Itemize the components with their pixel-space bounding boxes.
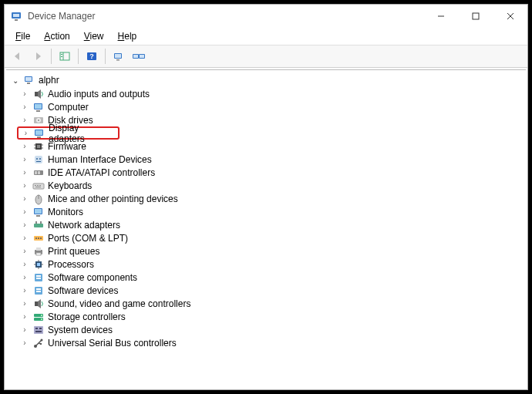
tree-category-display-adapters[interactable]: ›Display adapters <box>17 126 120 140</box>
tree-category-human-interface-devices[interactable]: ›Human Interface Devices <box>17 153 524 166</box>
chevron-right-icon[interactable]: › <box>20 142 29 150</box>
tree-category-software-components[interactable]: ›Software components <box>17 271 524 284</box>
chevron-right-icon[interactable]: › <box>20 234 29 242</box>
tree-category-storage-controllers[interactable]: ›Storage controllers <box>17 310 524 323</box>
tree-category-network-adapters[interactable]: ›Network adapters <box>17 218 524 231</box>
chevron-right-icon[interactable]: › <box>20 221 29 229</box>
svg-point-41 <box>39 158 41 160</box>
svg-rect-4 <box>473 13 479 19</box>
chevron-right-icon[interactable]: › <box>20 260 29 268</box>
tree-category-sound-video-and-game-controllers[interactable]: ›Sound, video and game controllers <box>17 297 524 310</box>
svg-rect-85 <box>39 328 42 329</box>
tree-category-audio-inputs-and-outputs[interactable]: ›Audio inputs and outputs <box>17 87 524 100</box>
chevron-right-icon[interactable]: › <box>20 299 29 308</box>
category-label: System devices <box>48 325 113 335</box>
menu-action[interactable]: Action <box>38 29 76 43</box>
category-label: Ports (COM & LPT) <box>48 233 128 244</box>
tree-category-system-devices[interactable]: ›System devices <box>17 323 524 336</box>
svg-point-62 <box>40 237 42 239</box>
tree-category-software-devices[interactable]: ›Software devices <box>17 284 524 297</box>
tree-category-ports-com-lpt-[interactable]: ›Ports (COM & LPT) <box>17 231 524 244</box>
titlebar: Device Manager <box>5 5 527 28</box>
menu-file[interactable]: File <box>9 29 36 43</box>
chevron-right-icon[interactable]: › <box>20 207 29 216</box>
svg-rect-22 <box>27 83 30 84</box>
chevron-right-icon[interactable]: › <box>20 89 29 98</box>
svg-rect-31 <box>35 130 42 135</box>
speaker-icon <box>32 88 45 100</box>
svg-rect-67 <box>37 263 40 266</box>
svg-rect-46 <box>33 184 44 189</box>
chevron-right-icon[interactable]: › <box>20 338 29 347</box>
forward-button[interactable] <box>29 48 46 65</box>
svg-rect-26 <box>36 110 40 112</box>
category-label: Audio inputs and outputs <box>48 89 150 99</box>
scan-hardware-button[interactable] <box>110 48 127 65</box>
svg-rect-45 <box>38 171 40 174</box>
svg-rect-74 <box>36 278 41 279</box>
svg-rect-55 <box>36 215 40 217</box>
category-label: Firmware <box>48 141 86 152</box>
svg-rect-44 <box>35 171 37 174</box>
tree-category-computer[interactable]: ›Computer <box>17 100 524 113</box>
svg-point-82 <box>41 318 42 320</box>
minimize-button[interactable] <box>423 5 458 28</box>
category-label: Monitors <box>48 207 83 217</box>
speaker-icon <box>32 298 45 310</box>
storage-icon <box>32 311 45 323</box>
tree-category-keyboards[interactable]: ›Keyboards <box>17 179 524 192</box>
chevron-right-icon[interactable]: › <box>20 168 29 177</box>
disk-icon <box>32 114 45 126</box>
chevron-right-icon[interactable]: › <box>20 194 29 203</box>
svg-rect-25 <box>35 104 42 109</box>
scan-changes-button[interactable] <box>130 48 147 65</box>
chevron-right-icon[interactable]: › <box>20 247 29 255</box>
svg-rect-76 <box>36 288 41 290</box>
chevron-right-icon[interactable]: › <box>20 312 29 321</box>
device-tree[interactable]: ⌄ alphr ›Audio inputs and outputs›Comput… <box>6 69 526 388</box>
help-button[interactable]: ? <box>83 48 100 65</box>
chevron-right-icon[interactable]: › <box>20 116 29 124</box>
chevron-right-icon[interactable]: › <box>20 273 29 281</box>
svg-rect-14 <box>115 54 121 58</box>
tree-category-universal-serial-bus-controllers[interactable]: ›Universal Serial Bus controllers <box>17 336 524 349</box>
cpu-icon <box>32 258 45 271</box>
tree-root[interactable]: ⌄ alphr <box>8 73 524 87</box>
category-label: Network adapters <box>48 220 120 231</box>
chevron-down-icon[interactable]: ⌄ <box>11 76 20 85</box>
svg-rect-50 <box>35 187 41 187</box>
app-icon <box>11 10 23 22</box>
tree-category-mice-and-other-pointing-devices[interactable]: ›Mice and other pointing devices <box>17 192 524 205</box>
chevron-right-icon[interactable]: › <box>20 181 29 190</box>
back-button[interactable] <box>9 48 26 65</box>
menu-view[interactable]: View <box>78 29 110 43</box>
chevron-right-icon[interactable]: › <box>20 103 29 111</box>
svg-rect-73 <box>36 275 41 277</box>
category-label: Computer <box>48 102 89 113</box>
mouse-icon <box>32 193 45 205</box>
show-hide-tree-button[interactable] <box>56 48 73 65</box>
svg-rect-9 <box>61 54 62 55</box>
svg-rect-47 <box>35 185 36 186</box>
category-label: Processors <box>48 259 94 270</box>
network-icon <box>32 219 45 231</box>
chevron-right-icon[interactable]: › <box>22 129 30 137</box>
chevron-right-icon[interactable]: › <box>20 325 29 334</box>
close-button[interactable] <box>493 5 527 28</box>
svg-rect-32 <box>37 136 41 138</box>
category-label: Mice and other pointing devices <box>48 194 178 204</box>
software-icon <box>32 285 45 297</box>
chevron-right-icon[interactable]: › <box>20 155 29 163</box>
svg-rect-78 <box>35 301 38 306</box>
maximize-button[interactable] <box>458 5 493 28</box>
tree-category-monitors[interactable]: ›Monitors <box>17 205 524 218</box>
menu-help[interactable]: Help <box>112 29 143 43</box>
monitor-icon <box>33 127 45 140</box>
menubar: File Action View Help <box>5 28 527 45</box>
tree-category-processors[interactable]: ›Processors <box>17 258 524 271</box>
device-manager-window: Device Manager File Action View Help ? ⌄… <box>4 4 528 390</box>
chevron-right-icon[interactable]: › <box>20 286 29 295</box>
tree-category-print-queues[interactable]: ›Print queues <box>17 244 524 258</box>
tree-category-ide-ata-atapi-controllers[interactable]: ›IDE ATA/ATAPI controllers <box>17 166 524 179</box>
svg-rect-21 <box>25 77 32 81</box>
